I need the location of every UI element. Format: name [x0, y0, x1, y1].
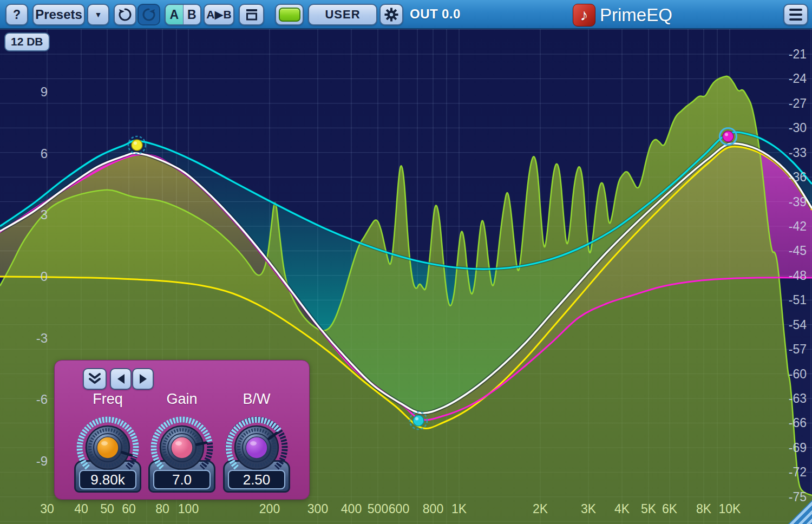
- channel-routing-button[interactable]: [239, 4, 264, 25]
- hamburger-menu-icon: [789, 9, 802, 21]
- freq-axis-label: 100: [178, 502, 199, 516]
- freq-value-box[interactable]: 9.80k: [79, 470, 136, 489]
- main-menu-button[interactable]: [783, 4, 808, 25]
- freq-axis-label: 300: [307, 502, 328, 516]
- left-axis-label: -3: [36, 331, 48, 345]
- freq-axis-label: 6K: [662, 502, 678, 516]
- right-axis-label: -66: [789, 416, 807, 430]
- right-axis-label: -57: [789, 342, 807, 356]
- power-led-icon: [279, 8, 300, 22]
- right-axis-label: -24: [789, 71, 807, 86]
- right-axis-label: -63: [789, 391, 807, 405]
- previous-band-button[interactable]: [110, 368, 132, 390]
- right-axis-label: -45: [789, 244, 807, 258]
- freq-axis-label: 10K: [719, 502, 742, 516]
- right-axis-label: -27: [789, 96, 807, 110]
- freq-axis-label: 8K: [696, 502, 712, 516]
- right-axis-label: -48: [789, 268, 807, 283]
- freq-axis-label: 50: [100, 502, 114, 516]
- freq-axis-label: 500: [368, 502, 388, 516]
- voxengo-logo-icon: ♪: [573, 4, 595, 27]
- triangle-left-icon: [117, 374, 125, 384]
- plugin-title: PrimeEQ: [600, 5, 672, 25]
- left-axis-label: -6: [36, 392, 48, 407]
- gain-value-box[interactable]: 7.0: [153, 470, 211, 489]
- ab-compare-switch: A B: [165, 4, 201, 25]
- right-axis-label: -51: [789, 293, 807, 307]
- user-mode-button[interactable]: USER: [308, 4, 377, 25]
- settings-button[interactable]: [379, 4, 403, 25]
- collapse-panel-button[interactable]: [83, 368, 107, 390]
- routing-window-icon: [245, 8, 259, 21]
- triangle-right-icon: [140, 374, 147, 384]
- bw-knob-label: B/W: [219, 391, 294, 408]
- knob-cap: [97, 437, 119, 458]
- right-axis-label: -72: [789, 465, 807, 479]
- variant-b-button[interactable]: B: [184, 5, 201, 24]
- gear-icon: [384, 7, 399, 22]
- band-control-panel: Type PEAKING Freq Gain B/W 9.80k 7.0 2.5…: [54, 360, 310, 500]
- enable-led-button[interactable]: [275, 4, 304, 25]
- copy-a-to-b-button[interactable]: A▶B: [204, 4, 234, 25]
- right-axis-label: -60: [789, 367, 807, 381]
- left-axis-label: 9: [41, 84, 48, 99]
- gain-knob-label: Gain: [144, 391, 220, 408]
- freq-knob-label: Freq: [70, 391, 146, 408]
- freq-axis-label: 800: [423, 502, 443, 516]
- db-range-badge[interactable]: 12 DB: [4, 32, 50, 51]
- help-button[interactable]: ?: [5, 4, 28, 25]
- bw-value-box[interactable]: 2.50: [228, 470, 285, 489]
- freq-axis-label: 2K: [533, 502, 548, 516]
- right-axis-label: -39: [789, 195, 807, 209]
- knob-cap: [171, 437, 193, 458]
- redo-button[interactable]: [137, 4, 160, 25]
- right-axis-label: -36: [789, 170, 807, 184]
- undo-icon: [118, 8, 132, 22]
- next-band-button[interactable]: [132, 368, 154, 390]
- right-axis-label: -33: [789, 146, 807, 160]
- undo-button[interactable]: [114, 4, 136, 25]
- freq-axis-label: 4K: [614, 502, 630, 516]
- freq-axis-label: 1K: [451, 502, 467, 516]
- primeeq-plugin-window: 9630-3-6-9-21-24-27-30-33-36-39-42-45-48…: [0, 0, 812, 524]
- freq-axis-label: 80: [155, 502, 169, 516]
- left-axis-label: 3: [41, 207, 48, 222]
- freq-axis-label: 30: [40, 502, 54, 516]
- freq-axis-label: 60: [122, 502, 136, 516]
- knob-cap: [246, 437, 267, 458]
- right-axis-label: -69: [789, 441, 807, 455]
- right-axis-label: -75: [789, 490, 807, 504]
- presets-dropdown-button[interactable]: ▼: [87, 4, 109, 25]
- double-chevron-down-icon: [87, 372, 102, 385]
- left-axis-label: 0: [41, 269, 48, 284]
- toolbar: ? Presets ▼ A B A▶B: [0, 0, 812, 29]
- redo-icon: [142, 8, 156, 22]
- right-axis-label: -30: [789, 121, 807, 135]
- left-axis-label: 6: [41, 146, 48, 161]
- freq-axis-label: 200: [259, 502, 280, 516]
- out-label: OUT: [410, 6, 438, 22]
- freq-axis-label: 400: [341, 502, 362, 516]
- freq-axis-label: 3K: [581, 502, 597, 516]
- variant-a-button[interactable]: A: [166, 5, 184, 24]
- chevron-down-icon: ▼: [95, 10, 102, 19]
- out-gain-value[interactable]: 0.0: [442, 6, 461, 22]
- right-axis-label: -54: [789, 318, 807, 332]
- right-axis-label: -42: [789, 219, 807, 233]
- presets-button[interactable]: Presets: [32, 4, 85, 25]
- left-axis-label: -9: [36, 454, 48, 468]
- freq-axis-label: 600: [389, 502, 409, 516]
- right-axis-label: -21: [789, 47, 807, 61]
- freq-axis-label: 40: [74, 502, 88, 516]
- freq-axis-label: 5K: [641, 502, 657, 516]
